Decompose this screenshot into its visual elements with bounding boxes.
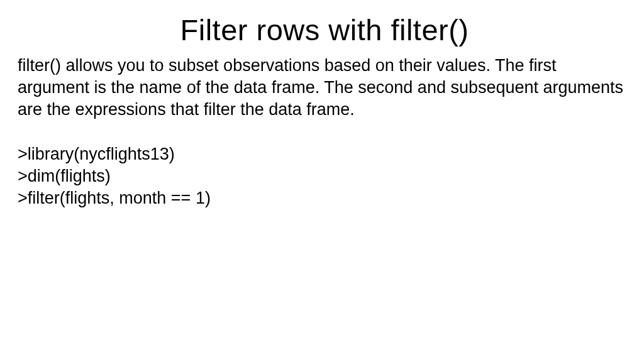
- code-line: >dim(flights): [18, 165, 631, 187]
- code-line: >filter(flights, month == 1): [18, 187, 631, 209]
- code-line: >library(nycflights13): [18, 143, 631, 165]
- slide-title: Filter rows with filter(): [18, 13, 631, 47]
- code-block: >library(nycflights13) >dim(flights) >fi…: [18, 143, 631, 209]
- slide-description: filter() allows you to subset observatio…: [18, 55, 631, 121]
